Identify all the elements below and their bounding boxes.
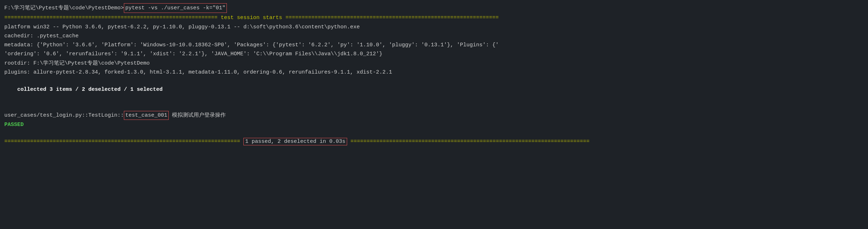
- test-case-line: user_cases/test_login.py::TestLogin::tes…: [0, 111, 868, 120]
- prompt-cmd: pytest -vs ./user_cases -k="01": [124, 3, 227, 13]
- test-name-highlight: test_case_001: [124, 111, 169, 120]
- summary-content: 1 passed, 2 deselected in 0.03s: [243, 138, 347, 145]
- summary-suffix: ========================================…: [347, 139, 589, 145]
- test-prefix: user_cases/test_login.py::TestLogin::: [4, 111, 124, 120]
- rootdir-line: rootdir: F:\学习笔记\Pytest专题\code\PytestDem…: [0, 59, 868, 68]
- collected-line: collected 3 items / 2 deselected / 1 sel…: [0, 77, 868, 103]
- empty-line-2: [0, 129, 868, 137]
- empty-line-1: [0, 103, 868, 111]
- metadata-line: metadata: {'Python': '3.6.6', 'Platform'…: [0, 41, 868, 50]
- passed-line: PASSED: [0, 120, 868, 129]
- prompt-path: F:\学习笔记\Pytest专题\code\PytestDemo>: [4, 4, 124, 12]
- selected-text: selected: [137, 87, 163, 93]
- cachedir-line: cachedir: .pytest_cache: [0, 32, 868, 41]
- summary-line: ========================================…: [0, 137, 868, 146]
- terminal-window: F:\学习笔记\Pytest专题\code\PytestDemo>pytest …: [0, 0, 868, 229]
- prompt-line: F:\学习笔记\Pytest专题\code\PytestDemo>pytest …: [0, 3, 868, 13]
- summary-prefix: ========================================…: [4, 139, 243, 145]
- platform-line: platform win32 -- Python 3.6.6, pytest-6…: [0, 23, 868, 32]
- separator-line: ========================================…: [0, 13, 868, 22]
- ordering-line: 'ordering': '0.6', 'rerunfailures': '9.1…: [0, 50, 868, 59]
- test-desc: 模拟测试用户登录操作: [169, 111, 226, 120]
- collected-text: collected 3 items / 2 deselected / 1: [17, 87, 137, 93]
- plugins-line: plugins: allure-pytest-2.8.34, forked-1.…: [0, 68, 868, 77]
